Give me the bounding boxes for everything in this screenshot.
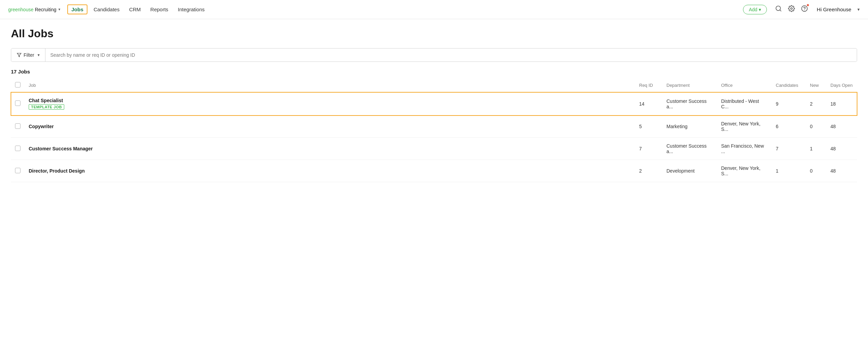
row-checkbox-cell	[11, 116, 25, 138]
new-cell: 0	[806, 116, 826, 138]
job-template-tag: TEMPLATE JOB	[29, 104, 64, 110]
jobs-count-label: Jobs	[18, 69, 30, 75]
table-row[interactable]: Customer Success Manager 7 Customer Succ…	[11, 138, 857, 160]
jobs-count-number: 17	[11, 69, 17, 75]
new-cell: 0	[806, 160, 826, 182]
brand-green: greenhouse	[8, 7, 33, 12]
office-cell: Denver, New York, S...	[717, 160, 772, 182]
page-title: All Jobs	[11, 27, 857, 40]
department-cell: Customer Success a...	[662, 92, 717, 116]
req-id-cell: 5	[635, 116, 662, 138]
req-id-cell: 2	[635, 160, 662, 182]
job-title: Director, Product Design	[29, 168, 631, 174]
svg-point-2	[791, 8, 793, 10]
candidates-cell: 9	[772, 92, 806, 116]
brand-dropdown-icon[interactable]: ▾	[58, 7, 60, 12]
filter-bar: Filter ▾	[11, 48, 857, 62]
job-title: Copywriter	[29, 124, 631, 129]
filter-icon	[17, 53, 22, 57]
select-all-checkbox[interactable]	[15, 82, 20, 87]
filter-button[interactable]: Filter ▾	[11, 49, 45, 62]
job-cell[interactable]: Customer Success Manager	[25, 138, 635, 160]
col-header-new: New	[806, 79, 826, 92]
help-icon[interactable]	[801, 5, 808, 14]
days-open-cell: 18	[826, 92, 857, 116]
req-id-cell: 14	[635, 92, 662, 116]
svg-marker-5	[17, 53, 21, 57]
search-icon[interactable]	[775, 5, 782, 14]
nav-jobs[interactable]: Jobs	[67, 4, 87, 14]
nav-crm[interactable]: CRM	[126, 4, 144, 14]
row-checkbox-cell	[11, 160, 25, 182]
nav-icons: Hi Greenhouse ▾	[775, 5, 860, 14]
col-header-job: Job	[25, 79, 635, 92]
add-label: Add	[749, 7, 757, 12]
row-checkbox[interactable]	[15, 146, 20, 151]
table-row[interactable]: Chat Specialist TEMPLATE JOB 14 Customer…	[11, 92, 857, 116]
department-cell: Development	[662, 160, 717, 182]
department-cell: Customer Success a...	[662, 138, 717, 160]
candidates-cell: 6	[772, 116, 806, 138]
job-title: Customer Success Manager	[29, 146, 631, 151]
nav-integrations[interactable]: Integrations	[175, 4, 208, 14]
table-row[interactable]: Copywriter 5 Marketing Denver, New York,…	[11, 116, 857, 138]
brand-dark: Recruiting	[35, 7, 56, 12]
filter-label: Filter	[24, 52, 34, 58]
days-open-cell: 48	[826, 138, 857, 160]
job-cell[interactable]: Copywriter	[25, 116, 635, 138]
job-title: Chat Specialist	[29, 98, 631, 103]
col-header-candidates: Candidates	[772, 79, 806, 92]
add-button[interactable]: Add ▾	[743, 5, 767, 14]
office-cell: Distributed - West C...	[717, 92, 772, 116]
candidates-cell: 7	[772, 138, 806, 160]
add-chevron-icon: ▾	[759, 7, 761, 12]
col-header-reqid: Req ID	[635, 79, 662, 92]
department-cell: Marketing	[662, 116, 717, 138]
col-header-department: Department	[662, 79, 717, 92]
office-cell: Denver, New York, S...	[717, 116, 772, 138]
user-greeting[interactable]: Hi Greenhouse	[817, 6, 851, 12]
jobs-count: 17 Jobs	[11, 69, 857, 75]
table-row[interactable]: Director, Product Design 2 Development D…	[11, 160, 857, 182]
navbar: greenhouse Recruiting ▾ Jobs Candidates …	[0, 0, 868, 19]
office-cell: San Francisco, New ...	[717, 138, 772, 160]
days-open-cell: 48	[826, 116, 857, 138]
job-cell[interactable]: Chat Specialist TEMPLATE JOB	[25, 92, 635, 116]
row-checkbox-cell	[11, 92, 25, 116]
jobs-table: Job Req ID Department Office Candidates …	[11, 79, 857, 182]
row-checkbox[interactable]	[15, 168, 20, 173]
col-header-days-open: Days Open	[826, 79, 857, 92]
nav-reports[interactable]: Reports	[147, 4, 172, 14]
job-cell[interactable]: Director, Product Design	[25, 160, 635, 182]
brand-logo[interactable]: greenhouse Recruiting ▾	[8, 7, 60, 12]
row-checkbox[interactable]	[15, 123, 20, 129]
filter-chevron-icon: ▾	[38, 53, 40, 57]
candidates-cell: 1	[772, 160, 806, 182]
new-cell: 1	[806, 138, 826, 160]
svg-line-1	[780, 10, 781, 11]
page-content: All Jobs Filter ▾ 17 Jobs Job Req ID Dep…	[0, 19, 868, 190]
nav-candidates[interactable]: Candidates	[90, 4, 123, 14]
row-checkbox[interactable]	[15, 100, 20, 106]
row-checkbox-cell	[11, 138, 25, 160]
col-header-office: Office	[717, 79, 772, 92]
req-id-cell: 7	[635, 138, 662, 160]
new-cell: 2	[806, 92, 826, 116]
days-open-cell: 48	[826, 160, 857, 182]
settings-icon[interactable]	[788, 5, 795, 14]
search-input[interactable]	[45, 49, 857, 62]
user-dropdown-icon[interactable]: ▾	[857, 7, 860, 12]
